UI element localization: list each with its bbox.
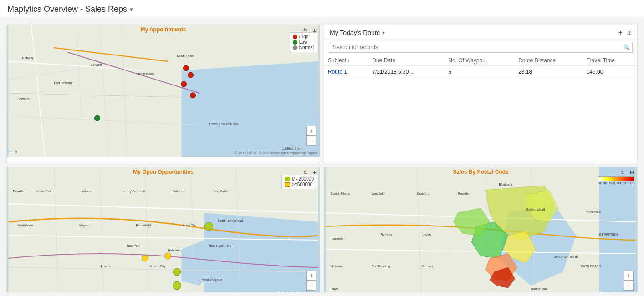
opportunities-zoom-in[interactable]: + (306, 271, 316, 281)
opportunities-zoom: + − (306, 271, 316, 291)
opportunities-scale: 5 Miles 10 km (280, 291, 302, 292)
gradient-max: $38,700,000.00 (609, 181, 634, 185)
svg-text:Carteret: Carteret (91, 63, 102, 66)
postal-panel: Scotch Plains Westfield Cranford Roselle… (324, 167, 638, 292)
svg-text:Newark: Newark (100, 265, 111, 268)
appointments-zoom: + − (306, 126, 316, 146)
svg-point-61 (165, 253, 171, 259)
opportunities-legend: 0 - 200000 >=500000 (281, 175, 317, 189)
svg-text:Morris Plains: Morris Plains (36, 190, 55, 193)
svg-point-22 (188, 72, 194, 78)
route-subject-cell: Route 1 (324, 66, 368, 78)
svg-text:Linden: Linden (422, 233, 431, 236)
svg-text:Verona: Verona (82, 190, 92, 193)
postal-gradient: $0.00 $38,700,000.00 (598, 176, 634, 185)
svg-text:Linden Park: Linden Park (177, 54, 194, 57)
svg-text:Cranford: Cranford (417, 192, 429, 195)
page-title: Maplytics Overview - Sales Reps (7, 5, 127, 14)
svg-point-59 (174, 268, 181, 276)
appointments-zoom-out[interactable]: − (306, 136, 316, 146)
col-due-date[interactable]: Due Date (368, 55, 445, 66)
appointments-panel: Rahway Sewaren Port Reading Carteret Sta… (6, 25, 320, 163)
opportunities-settings-btn[interactable]: ⊞ (311, 169, 318, 176)
route-add-btn[interactable]: + (617, 29, 624, 37)
svg-text:Metuchen: Metuchen (331, 265, 345, 268)
col-waypoints[interactable]: No. Of Waypo... (445, 55, 515, 66)
svg-point-25 (95, 115, 100, 121)
svg-text:WILLOWBROOK: WILLOWBROOK (554, 256, 578, 259)
postal-scale: 2 Miles 3 km (599, 291, 620, 292)
legend-normal: Normal (299, 45, 314, 50)
svg-text:Union City: Union City (182, 224, 197, 227)
svg-text:Staten Island: Staten Island (526, 208, 545, 211)
route-grid-btn[interactable]: ⊞ (627, 30, 632, 36)
legend-0-200000: 0 - 200000 (292, 176, 314, 181)
postal-zoom: + − (624, 271, 634, 291)
svg-text:Carteret: Carteret (422, 265, 433, 268)
svg-point-58 (142, 255, 148, 261)
route-due-date-cell: 7/21/2018 5:30 ... (368, 66, 445, 78)
route-title-container: My Today's Route ▾ (330, 29, 385, 36)
svg-text:Port Reading: Port Reading (54, 81, 73, 85)
svg-text:Nutley Carlstadt: Nutley Carlstadt (123, 190, 145, 193)
route-panel: My Today's Route ▾ + ⊞ 🔍 Subject ↑ Due D… (324, 25, 638, 163)
svg-text:Raritan Bay: Raritan Bay (531, 287, 548, 291)
page-header: Maplytics Overview - Sales Reps ▾ (0, 0, 644, 18)
svg-text:Lower New York Bay: Lower New York Bay (209, 122, 239, 126)
route-link[interactable]: Route 1 (328, 69, 347, 75)
svg-text:North Hempstead: North Hempstead (218, 219, 243, 223)
opportunities-map[interactable]: Denville Morris Plains Verona Nutley Car… (7, 167, 320, 292)
opportunities-zoom-out[interactable]: − (306, 281, 316, 291)
legend-high: High (299, 34, 309, 39)
svg-point-60 (173, 281, 181, 290)
svg-text:Port Reading: Port Reading (372, 265, 390, 268)
route-waypoints-cell: 6 (445, 66, 515, 78)
gradient-min: $0.00 (598, 181, 607, 185)
opportunities-refresh-btn[interactable]: ↻ (302, 169, 309, 176)
svg-text:Staten Island: Staten Island (136, 72, 155, 75)
header-dropdown-icon[interactable]: ▾ (130, 6, 133, 13)
svg-text:Westfield: Westfield (372, 192, 385, 195)
route-dropdown-icon[interactable]: ▾ (382, 30, 385, 36)
appointments-zoom-in[interactable]: + (306, 126, 316, 136)
legend-low: Low (299, 40, 307, 45)
postal-map[interactable]: Scotch Plains Westfield Cranford Roselle… (324, 167, 637, 292)
svg-text:Jersey City: Jersey City (150, 265, 166, 268)
appointments-settings-btn[interactable]: ⊞ (311, 26, 318, 34)
opportunities-controls: ↻ ⊞ (302, 169, 318, 176)
svg-marker-3 (182, 61, 318, 157)
route-title-text: My Today's Route (330, 29, 380, 36)
svg-text:Denville: Denville (13, 190, 25, 193)
route-header: My Today's Route ▾ + ⊞ (324, 25, 637, 39)
legend-500000: >=500000 (292, 182, 312, 187)
svg-text:Elizabeth: Elizabeth (499, 183, 512, 186)
svg-text:Hoboken: Hoboken (168, 249, 181, 252)
postal-controls: ↻ ⊞ (619, 169, 635, 176)
route-travel-time-cell: 145.00 (583, 66, 637, 78)
svg-text:PARKVILE: PARKVILE (586, 210, 601, 213)
sort-icon-subject: ↑ (348, 59, 350, 63)
postal-settings-btn[interactable]: ⊞ (628, 169, 635, 176)
appointments-bing-logo: bing (10, 148, 22, 155)
svg-text:b: b (10, 149, 12, 153)
postal-refresh-btn[interactable]: ↻ (619, 169, 626, 176)
svg-text:GERRITSEN: GERRITSEN (599, 233, 618, 236)
postal-zoom-in[interactable]: + (624, 271, 634, 281)
svg-text:New Hyde Park: New Hyde Park (209, 244, 231, 248)
appointments-refresh-btn[interactable]: ↻ (302, 26, 309, 34)
col-travel-time[interactable]: Travel Time (583, 55, 637, 66)
svg-text:Morristown: Morristown (18, 224, 33, 227)
svg-text:Bloomfield: Bloomfield (136, 224, 151, 227)
appointments-controls: ↻ ⊞ (302, 26, 318, 34)
col-subject[interactable]: Subject ↑ (324, 55, 368, 66)
svg-text:Port Wash...: Port Wash... (214, 190, 231, 193)
route-search-input[interactable] (329, 42, 633, 53)
svg-point-21 (184, 65, 189, 71)
postal-zoom-out[interactable]: − (624, 281, 634, 291)
appointments-legend: High Low Normal (290, 32, 317, 52)
route-distance-cell: 23.18 (515, 66, 583, 78)
col-distance[interactable]: Route Distance (515, 55, 583, 66)
table-row: Route 1 7/21/2018 5:30 ... 6 23.18 145.0… (324, 66, 637, 78)
appointments-map[interactable]: Rahway Sewaren Port Reading Carteret Sta… (7, 25, 320, 157)
svg-point-57 (205, 222, 213, 231)
